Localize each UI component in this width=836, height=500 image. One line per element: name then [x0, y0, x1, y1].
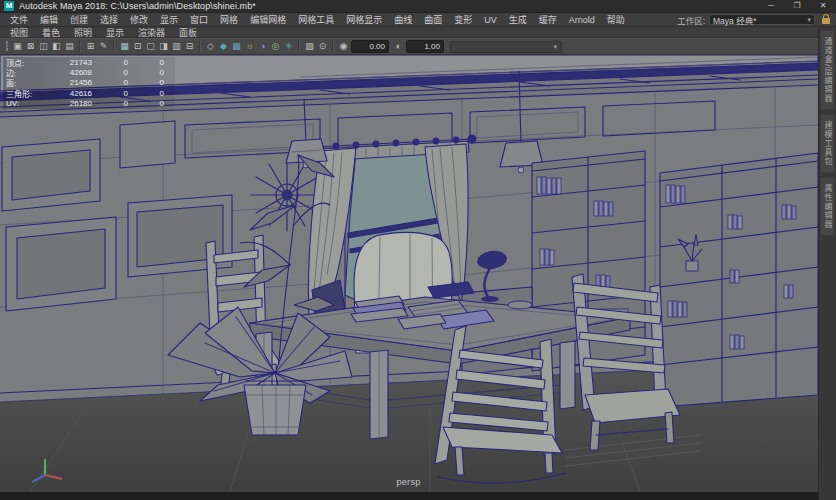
maya-window: M Autodesk Maya 2018: C:\Users\admin\Des… [0, 0, 836, 500]
menu-curves[interactable]: 曲线 [388, 13, 418, 26]
gamma-field[interactable]: 1.00 [406, 40, 444, 53]
menu-windows[interactable]: 窗口 [184, 13, 214, 26]
lock-camera-icon[interactable]: ⊠ [25, 40, 37, 53]
shaded-mode-icon[interactable]: ◆ [218, 40, 230, 53]
workspace-select[interactable]: Maya 经典* ▾ [709, 14, 815, 25]
bookmarks-icon[interactable]: ◧ [51, 40, 63, 53]
resolution-gate-icon[interactable]: ▢ [145, 40, 157, 53]
menu-help[interactable]: 帮助 [601, 13, 631, 26]
menu-mesh-display[interactable]: 网格显示 [340, 13, 388, 26]
hud-uvs: UV: 26180 0 0 [3, 99, 175, 109]
close-button[interactable]: ✕ [810, 0, 836, 12]
scene-wireframe [0, 55, 818, 492]
wireframe-mode-icon[interactable]: ◇ [205, 40, 217, 53]
menu-edit[interactable]: 编辑 [34, 13, 64, 26]
bottom-strip [0, 492, 818, 500]
tab-channel-box-layer-editor[interactable]: 通道盒/层编辑器 [820, 30, 835, 110]
exposure-field[interactable]: 0.00 [351, 40, 389, 53]
menu-edit-mesh[interactable]: 编辑网格 [244, 13, 292, 26]
bookshelf-right[interactable] [660, 153, 818, 407]
title-bar: M Autodesk Maya 2018: C:\Users\admin\Des… [0, 0, 836, 13]
right-sidebar-tabs: 通道盒/层编辑器 建模工具包 属性编辑器 [818, 27, 836, 500]
ssao-icon[interactable]: ◎ [270, 40, 282, 53]
panel-menu-bar: 视图 着色 照明 显示 渲染器 面板 [0, 27, 818, 38]
menu-generate[interactable]: 生成 [503, 13, 533, 26]
divider[interactable] [113, 41, 115, 52]
menu-cache[interactable]: 缓存 [533, 13, 563, 26]
tab-modeling-toolkit[interactable]: 建模工具包 [820, 114, 835, 173]
maya-app-icon: M [4, 1, 14, 11]
image-plane-icon[interactable]: ▤ [64, 40, 76, 53]
maximize-button[interactable]: ❐ [784, 0, 810, 12]
window-title: Autodesk Maya 2018: C:\Users\admin\Deskt… [19, 1, 256, 11]
toolbar-grip-icon[interactable]: ┇ [4, 40, 11, 53]
poly-count-hud: 顶点: 21743 0 0 边: 42608 0 0 面: 21456 0 0 [3, 57, 175, 109]
menu-create[interactable]: 创建 [64, 13, 94, 26]
panel-menu-show[interactable]: 显示 [99, 26, 131, 39]
gamma-icon[interactable]: ◐ [393, 40, 405, 53]
exposure-icon[interactable]: ◉ [338, 40, 350, 53]
panel-toolbar: ┇ ▣ ⊠ ◫ ◧ ▤ ⊞ ✎ ▦ ⊡ [0, 38, 818, 55]
menu-surfaces[interactable]: 曲面 [418, 13, 448, 26]
camera-attributes-icon[interactable]: ◫ [38, 40, 50, 53]
menu-file[interactable]: 文件 [4, 13, 34, 26]
grease-pencil-icon[interactable]: ✎ [98, 40, 110, 53]
workspace-value: Maya 经典* [713, 14, 807, 26]
film-gate-icon[interactable]: ⊡ [132, 40, 144, 53]
panel-menu-shading[interactable]: 着色 [35, 26, 67, 39]
chevron-down-icon: ▾ [553, 43, 557, 50]
hud-tris: 三角形: 42616 0 0 [3, 88, 175, 98]
hud-faces: 面: 21456 0 0 [3, 78, 175, 88]
two-d-pan-zoom-icon[interactable]: ⊞ [85, 40, 97, 53]
divider[interactable] [79, 41, 81, 52]
xray-icon[interactable]: ▧ [304, 40, 316, 53]
lights-icon[interactable]: ☼ [244, 40, 256, 53]
textured-mode-icon[interactable]: ▩ [231, 40, 243, 53]
menu-uv[interactable]: UV [478, 15, 503, 25]
hud-edges: 边: 42608 0 0 [3, 67, 175, 77]
divider[interactable] [199, 41, 201, 52]
anti-aliasing-icon[interactable]: ✳ [283, 40, 295, 53]
camera-label: persp [0, 477, 817, 487]
isolate-select-icon[interactable]: ⊙ [317, 40, 329, 53]
menu-mesh-tools[interactable]: 网格工具 [292, 13, 340, 26]
panel-menu-view[interactable]: 视图 [3, 26, 35, 39]
field-chart-icon[interactable]: ▥ [171, 40, 183, 53]
menu-display[interactable]: 显示 [154, 13, 184, 26]
menu-arnold[interactable]: Arnold [563, 15, 601, 25]
select-camera-icon[interactable]: ▣ [12, 40, 24, 53]
panel-menu-lighting[interactable]: 照明 [67, 26, 99, 39]
workspace-label: 工作区: [677, 14, 705, 26]
shadows-icon[interactable]: ◑ [257, 40, 269, 53]
menu-mesh[interactable]: 网格 [214, 13, 244, 26]
perspective-viewport[interactable]: 顶点: 21743 0 0 边: 42608 0 0 面: 21456 0 0 [0, 55, 818, 492]
menu-modify[interactable]: 修改 [124, 13, 154, 26]
divider[interactable] [298, 41, 300, 52]
grid-icon[interactable]: ▦ [119, 40, 131, 53]
panel-menu-renderer[interactable]: 渲染器 [131, 26, 172, 39]
panel-menu-panels[interactable]: 面板 [172, 26, 204, 39]
hud-verts: 顶点: 21743 0 0 [3, 57, 175, 67]
workspace-lock-icon[interactable] [822, 18, 830, 24]
gate-mask-icon[interactable]: ◨ [158, 40, 170, 53]
menu-deform[interactable]: 变形 [448, 13, 478, 26]
tab-attribute-editor[interactable]: 属性编辑器 [820, 177, 835, 236]
workspace-area: 工作区: Maya 经典* ▾ [677, 14, 836, 26]
minimize-button[interactable]: ─ [758, 0, 784, 12]
divider[interactable] [332, 41, 334, 52]
view-transform-select[interactable]: ▾ [450, 41, 562, 53]
chevron-down-icon: ▾ [807, 16, 811, 23]
safe-action-icon[interactable]: ⊟ [184, 40, 196, 53]
menu-select[interactable]: 选择 [94, 13, 124, 26]
